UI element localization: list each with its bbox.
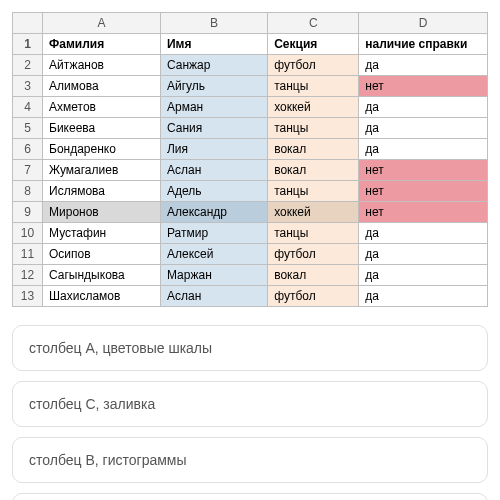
- row-number[interactable]: 7: [13, 160, 43, 181]
- corner-cell[interactable]: [13, 13, 43, 34]
- answer-option[interactable]: столбец C, заливка: [12, 381, 488, 427]
- cell-surname[interactable]: Осипов: [43, 244, 161, 265]
- table-row: 7ЖумагалиевАсланвокалнет: [13, 160, 488, 181]
- cell-name[interactable]: Маржан: [160, 265, 267, 286]
- answer-option[interactable]: столбец B, гистограммы: [12, 437, 488, 483]
- row-number[interactable]: 11: [13, 244, 43, 265]
- table-row: 5БикееваСаниятанцыда: [13, 118, 488, 139]
- table-row: 3АлимоваАйгультанцынет: [13, 76, 488, 97]
- table-row: 4АхметовАрманхоккейда: [13, 97, 488, 118]
- col-header-b[interactable]: B: [160, 13, 267, 34]
- row-number[interactable]: 9: [13, 202, 43, 223]
- cell-section[interactable]: вокал: [268, 160, 359, 181]
- cell-certificate[interactable]: да: [359, 139, 488, 160]
- row-number[interactable]: 2: [13, 55, 43, 76]
- cell-name[interactable]: Айгуль: [160, 76, 267, 97]
- cell-certificate[interactable]: нет: [359, 160, 488, 181]
- answer-option[interactable]: столбец A, цветовые шкалы: [12, 325, 488, 371]
- table-row: 6БондаренкоЛиявокалда: [13, 139, 488, 160]
- header-surname[interactable]: Фамилия: [43, 34, 161, 55]
- cell-section[interactable]: футбол: [268, 244, 359, 265]
- table-row: 13ШахисламовАсланфутболда: [13, 286, 488, 307]
- row-number[interactable]: 8: [13, 181, 43, 202]
- cell-surname[interactable]: Бикеева: [43, 118, 161, 139]
- col-header-c[interactable]: C: [268, 13, 359, 34]
- cell-section[interactable]: футбол: [268, 55, 359, 76]
- cell-name[interactable]: Лия: [160, 139, 267, 160]
- header-section[interactable]: Секция: [268, 34, 359, 55]
- row-number[interactable]: 5: [13, 118, 43, 139]
- cell-surname[interactable]: Ислямова: [43, 181, 161, 202]
- cell-name[interactable]: Аслан: [160, 160, 267, 181]
- cell-section[interactable]: хоккей: [268, 202, 359, 223]
- cell-section[interactable]: танцы: [268, 181, 359, 202]
- col-header-d[interactable]: D: [359, 13, 488, 34]
- table-row: 12СагындыковаМаржанвокалда: [13, 265, 488, 286]
- cell-certificate[interactable]: да: [359, 97, 488, 118]
- table-row: 2АйтжановСанжарфутболда: [13, 55, 488, 76]
- row-number[interactable]: 3: [13, 76, 43, 97]
- cell-name[interactable]: Александр: [160, 202, 267, 223]
- cell-section[interactable]: танцы: [268, 223, 359, 244]
- row-number[interactable]: 6: [13, 139, 43, 160]
- row-number[interactable]: 4: [13, 97, 43, 118]
- table-row: 11ОсиповАлексейфутболда: [13, 244, 488, 265]
- cell-surname[interactable]: Жумагалиев: [43, 160, 161, 181]
- cell-certificate[interactable]: да: [359, 286, 488, 307]
- table-row: 10МустафинРатмиртанцыда: [13, 223, 488, 244]
- spreadsheet[interactable]: A B C D 1 Фамилия Имя Секция наличие спр…: [12, 12, 488, 307]
- cell-certificate[interactable]: нет: [359, 76, 488, 97]
- header-name[interactable]: Имя: [160, 34, 267, 55]
- row-number[interactable]: 10: [13, 223, 43, 244]
- row-number[interactable]: 1: [13, 34, 43, 55]
- cell-section[interactable]: вокал: [268, 139, 359, 160]
- cell-surname[interactable]: Бондаренко: [43, 139, 161, 160]
- cell-section[interactable]: танцы: [268, 76, 359, 97]
- cell-name[interactable]: Адель: [160, 181, 267, 202]
- row-number[interactable]: 13: [13, 286, 43, 307]
- cell-certificate[interactable]: да: [359, 265, 488, 286]
- cell-section[interactable]: вокал: [268, 265, 359, 286]
- cell-certificate[interactable]: да: [359, 244, 488, 265]
- table-row: 9МироновАлександрхоккейнет: [13, 202, 488, 223]
- cell-certificate[interactable]: да: [359, 118, 488, 139]
- answer-option[interactable]: столбец D, правила выделения ячеек: [12, 493, 488, 500]
- cell-surname[interactable]: Айтжанов: [43, 55, 161, 76]
- cell-certificate[interactable]: нет: [359, 181, 488, 202]
- cell-name[interactable]: Аслан: [160, 286, 267, 307]
- cell-certificate[interactable]: нет: [359, 202, 488, 223]
- col-header-a[interactable]: A: [43, 13, 161, 34]
- cell-surname[interactable]: Миронов: [43, 202, 161, 223]
- cell-section[interactable]: футбол: [268, 286, 359, 307]
- cell-surname[interactable]: Сагындыкова: [43, 265, 161, 286]
- column-header-row: A B C D: [13, 13, 488, 34]
- cell-surname[interactable]: Алимова: [43, 76, 161, 97]
- cell-surname[interactable]: Мустафин: [43, 223, 161, 244]
- cell-surname[interactable]: Шахисламов: [43, 286, 161, 307]
- cell-name[interactable]: Сания: [160, 118, 267, 139]
- cell-name[interactable]: Санжар: [160, 55, 267, 76]
- cell-name[interactable]: Алексей: [160, 244, 267, 265]
- header-certificate[interactable]: наличие справки: [359, 34, 488, 55]
- cell-section[interactable]: хоккей: [268, 97, 359, 118]
- table-row: 8ИслямоваАдельтанцынет: [13, 181, 488, 202]
- cell-certificate[interactable]: да: [359, 55, 488, 76]
- cell-surname[interactable]: Ахметов: [43, 97, 161, 118]
- cell-name[interactable]: Ратмир: [160, 223, 267, 244]
- cell-name[interactable]: Арман: [160, 97, 267, 118]
- cell-section[interactable]: танцы: [268, 118, 359, 139]
- table-header-row: 1 Фамилия Имя Секция наличие справки: [13, 34, 488, 55]
- row-number[interactable]: 12: [13, 265, 43, 286]
- cell-certificate[interactable]: да: [359, 223, 488, 244]
